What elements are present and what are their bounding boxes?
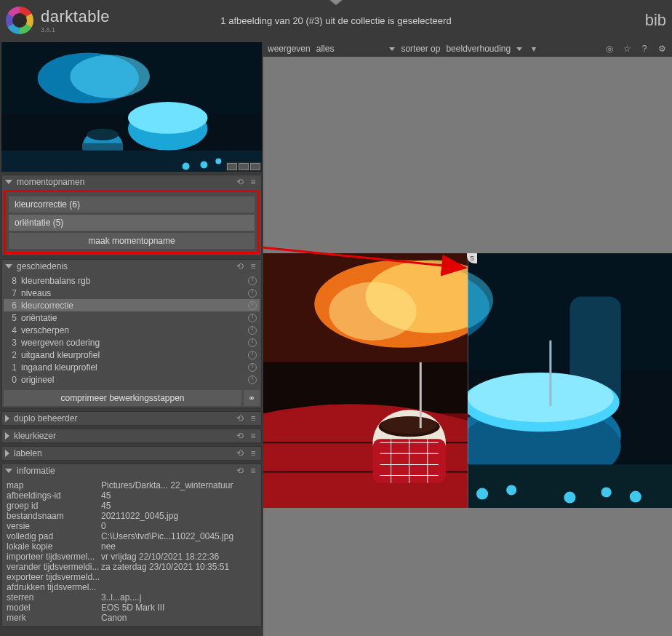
- info-value: nee: [101, 541, 257, 552]
- history-item[interactable]: 0 origineel: [4, 373, 260, 386]
- duplicate-header[interactable]: duplo beheerder ⟲ ≡: [2, 412, 261, 425]
- power-icon[interactable]: [248, 375, 257, 384]
- split-divider[interactable]: [468, 253, 468, 508]
- overlay-star-icon[interactable]: ☆: [621, 43, 633, 55]
- status-text: 1 afbeelding van 20 (#3) uit de collecti…: [220, 15, 451, 26]
- left-sidebar: momentopnamen ⟲ ≡ kleurcorrectie (6) ori…: [0, 41, 263, 636]
- grouping-icon[interactable]: ◎: [604, 43, 615, 55]
- info-row: modelEOS 5D Mark III: [7, 603, 257, 613]
- info-key: importeer tijdsvermel...: [7, 552, 101, 562]
- info-value: za zaterdag 23/10/2021 10:35:51: [101, 562, 257, 572]
- annotation-highlight: kleurcorrectie (6) oriëntatie (5) maak m…: [4, 190, 260, 254]
- dropdown-value: alles: [316, 44, 335, 54]
- reset-icon[interactable]: ⟲: [235, 177, 245, 187]
- presets-icon[interactable]: ≡: [248, 448, 258, 458]
- power-icon[interactable]: [248, 351, 257, 359]
- info-row: verander tijdsvermeldi...za zaterdag 23/…: [7, 562, 257, 572]
- compress-history-button[interactable]: comprimeer bewerkingsstappen: [4, 390, 241, 406]
- snapshots-panel: momentopnamen ⟲ ≡ kleurcorrectie (6) ori…: [1, 175, 262, 256]
- power-icon[interactable]: [248, 301, 257, 310]
- chevron-right-icon: [5, 415, 9, 422]
- info-row: sterren3..l...ap....j: [7, 592, 257, 603]
- history-index: 6: [7, 301, 17, 311]
- power-icon[interactable]: [248, 338, 257, 347]
- power-icon[interactable]: [248, 326, 257, 335]
- panel-title: momentopnamen: [17, 177, 232, 187]
- presets-icon[interactable]: ≡: [248, 177, 258, 187]
- history-item[interactable]: 6 kleurcorrectie: [4, 299, 260, 311]
- history-header[interactable]: geschiedenis ⟲ ≡: [2, 260, 261, 273]
- history-item[interactable]: 8 kleurenbalans rgb: [4, 274, 260, 287]
- sort-dropdown[interactable]: beeldverhouding: [446, 44, 511, 54]
- preview-mode-icon[interactable]: [239, 163, 249, 170]
- info-key: groep id: [7, 501, 101, 511]
- info-row: groep id45: [7, 501, 257, 511]
- info-row: volledig padC:\Users\tvd\Pic...11022_004…: [7, 531, 257, 541]
- power-icon[interactable]: [248, 314, 257, 322]
- history-item[interactable]: 1 ingaand kleurprofiel: [4, 361, 260, 373]
- center-view: weergeven alles sorteer op beeldverhoudi…: [263, 41, 672, 636]
- preferences-gear-icon[interactable]: ⚙: [656, 43, 668, 55]
- help-icon[interactable]: ?: [639, 43, 650, 55]
- create-style-button[interactable]: ⚭: [244, 390, 260, 406]
- info-value: 0: [101, 521, 257, 531]
- preview-toolbar: [225, 162, 262, 172]
- navigation-preview[interactable]: [1, 42, 262, 172]
- reset-icon[interactable]: ⟲: [235, 261, 245, 271]
- info-key: afbeeldings-id: [7, 490, 101, 501]
- info-header[interactable]: informatie ⟲ ≡: [2, 464, 261, 477]
- presets-icon[interactable]: ≡: [248, 261, 258, 271]
- preview-mode-icon[interactable]: [227, 163, 237, 170]
- snapshot-label: oriëntatie (5): [15, 218, 63, 228]
- app-name: darktable 3.6.1: [41, 7, 110, 33]
- image-canvas[interactable]: S: [263, 57, 672, 636]
- show-dropdown[interactable]: alles: [316, 44, 335, 54]
- svg-point-12: [183, 163, 190, 170]
- reset-icon[interactable]: ⟲: [235, 431, 245, 441]
- history-item[interactable]: 2 uitgaand kleurprofiel: [4, 349, 260, 361]
- reset-icon[interactable]: ⟲: [235, 413, 245, 424]
- svg-point-41: [601, 488, 612, 498]
- power-icon[interactable]: [248, 363, 257, 372]
- presets-icon[interactable]: ≡: [248, 431, 258, 441]
- info-row: merkCanon: [7, 613, 257, 623]
- history-item[interactable]: 4 verscherpen: [4, 324, 260, 336]
- history-item[interactable]: 7 niveaus: [4, 287, 260, 299]
- dropdown-value: beeldverhouding: [446, 44, 511, 54]
- presets-icon[interactable]: ≡: [248, 413, 258, 424]
- tags-header[interactable]: labelen ⟲ ≡: [2, 447, 261, 460]
- info-key: bestandsnaam: [7, 511, 101, 521]
- history-label: niveaus: [21, 288, 248, 298]
- power-icon[interactable]: [248, 277, 257, 285]
- preview-mode-icon[interactable]: [250, 163, 260, 170]
- tags-panel: labelen ⟲ ≡: [1, 446, 262, 461]
- svg-point-40: [564, 492, 575, 504]
- snapshot-item[interactable]: oriëntatie (5): [9, 215, 255, 231]
- sort-direction-button[interactable]: ▾: [528, 43, 540, 55]
- reset-icon[interactable]: ⟲: [235, 448, 245, 458]
- info-key: exporteer tijdsvermeld...: [7, 572, 101, 582]
- info-key: verander tijdsvermeldi...: [7, 562, 101, 572]
- app-title: darktable: [41, 7, 110, 26]
- history-item[interactable]: 3 weergeven codering: [4, 336, 260, 349]
- svg-point-5: [128, 102, 207, 134]
- info-key: versie: [7, 521, 101, 531]
- history-label: kleurenbalans rgb: [21, 276, 248, 286]
- chevron-down-icon: [5, 469, 12, 473]
- take-snapshot-button[interactable]: maak momentopname: [9, 233, 255, 249]
- history-item[interactable]: 5 oriëntatie: [4, 311, 260, 324]
- top-collapse-handle[interactable]: [329, 0, 343, 5]
- view-label[interactable]: bib: [645, 11, 666, 30]
- presets-icon[interactable]: ≡: [248, 466, 258, 476]
- colorpicker-header[interactable]: kleurkiezer ⟲ ≡: [2, 429, 261, 442]
- reset-icon[interactable]: ⟲: [235, 466, 245, 476]
- svg-point-11: [215, 159, 221, 164]
- snapshot-left: [263, 253, 468, 508]
- chevron-down-icon: [389, 47, 395, 51]
- snapshot-item[interactable]: kleurcorrectie (6): [9, 196, 255, 212]
- svg-point-3: [70, 55, 149, 98]
- info-key: map: [7, 480, 101, 490]
- power-icon[interactable]: [248, 289, 257, 298]
- info-value: Pictures/Darkta... 22_winternatuur: [101, 480, 257, 490]
- snapshots-header[interactable]: momentopnamen ⟲ ≡: [2, 175, 261, 188]
